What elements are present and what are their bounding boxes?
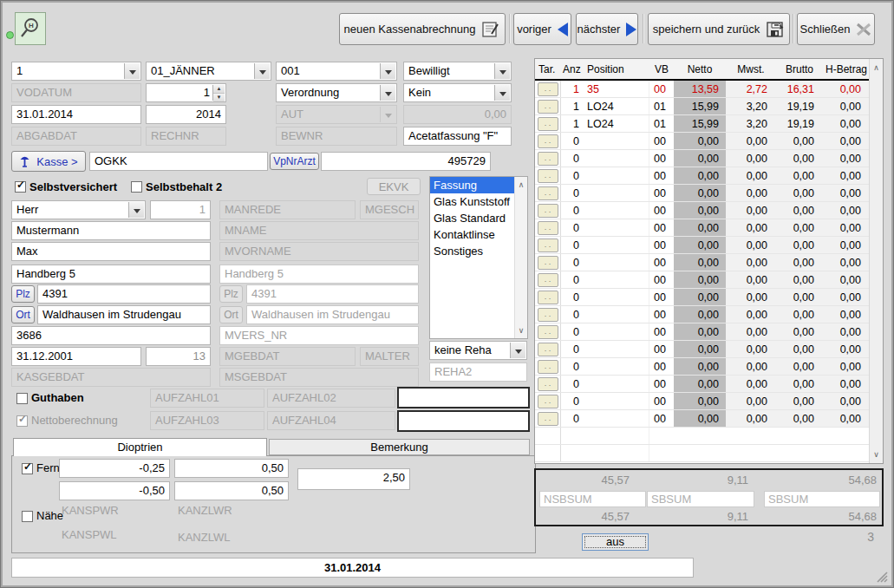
- sph-links-field[interactable]: -0,50: [59, 481, 170, 500]
- zuzahlung-select[interactable]: Kein: [403, 83, 512, 102]
- resize-grip[interactable]: [872, 567, 888, 583]
- table-row[interactable]: . .0000,000,000,000,00: [535, 358, 870, 376]
- table-row[interactable]: . .0000,000,000,000,00: [535, 150, 870, 167]
- selbstversichert-checkbox[interactable]: ✓: [15, 181, 26, 193]
- laufnummer-select[interactable]: 001: [276, 62, 397, 81]
- list-item[interactable]: Glas Kunststoff: [430, 193, 515, 210]
- sbsum-field-1[interactable]: SBSUM: [647, 491, 754, 507]
- monat-spinner[interactable]: 1 ▲ ▼: [146, 83, 226, 102]
- tarif-picker-button[interactable]: . .: [538, 204, 558, 218]
- monat-select[interactable]: 01_JÄNNER: [146, 62, 271, 81]
- plz-field[interactable]: 4391: [37, 284, 211, 304]
- table-row[interactable]: . .1LO240115,993,2019,190,00: [535, 98, 870, 115]
- zyl-links-field[interactable]: 0,50: [174, 481, 289, 500]
- previous-button[interactable]: voriger: [513, 13, 571, 45]
- aufzahlung-extra-field-2[interactable]: [397, 410, 530, 432]
- tarif-picker-button[interactable]: . .: [538, 412, 558, 426]
- new-kassenabrechnung-button[interactable]: neuen Kassenabrechnung: [339, 13, 506, 45]
- spinner-down-icon[interactable]: ▼: [213, 94, 225, 101]
- vpnrarzt-field[interactable]: 495729: [321, 152, 491, 171]
- fassung-field[interactable]: Acetatfassung "F": [403, 127, 512, 146]
- close-button[interactable]: Schließen: [797, 13, 875, 45]
- plz-button[interactable]: Plz: [11, 285, 35, 303]
- vodatum-field[interactable]: 31.01.2014: [11, 105, 141, 124]
- list-item[interactable]: Kontaktlinse: [430, 226, 515, 243]
- tarif-picker-button[interactable]: . .: [538, 152, 558, 166]
- table-row[interactable]: . .0000,000,000,000,00: [535, 167, 870, 185]
- tarif-picker-button[interactable]: . .: [538, 325, 558, 339]
- list-item[interactable]: Sonstiges: [430, 243, 515, 259]
- vpnrarzt-button[interactable]: VpNrArzt: [270, 153, 319, 170]
- scroll-down-icon[interactable]: ∨: [515, 324, 527, 336]
- gebdat-field[interactable]: 31.12.2001: [11, 347, 141, 366]
- selbstbehalt2-checkbox[interactable]: [131, 181, 142, 193]
- tarif-picker-button[interactable]: . .: [538, 343, 558, 356]
- chevron-down-icon[interactable]: [254, 63, 270, 79]
- aufzahlung-extra-field-1[interactable]: [397, 387, 530, 408]
- tarif-picker-button[interactable]: . .: [538, 360, 558, 374]
- scroll-up-icon[interactable]: ∧: [870, 62, 883, 74]
- ferne-checkbox[interactable]: ✓: [22, 463, 33, 474]
- category-listbox[interactable]: FassungGlas KunststoffGlas StandardKonta…: [429, 176, 528, 339]
- lens-button[interactable]: H: [15, 12, 46, 45]
- table-row[interactable]: . .1LO240115,993,2019,190,00: [535, 115, 870, 133]
- table-row[interactable]: . .0000,000,000,000,00: [535, 323, 870, 341]
- jahr-field[interactable]: 2014: [146, 105, 226, 124]
- tarif-picker-button[interactable]: . .: [538, 186, 558, 200]
- anrede-nr-field[interactable]: 1: [150, 200, 211, 219]
- table-row[interactable]: . .0000,000,000,000,00: [535, 393, 870, 410]
- table-row[interactable]: . .0000,000,000,000,00: [535, 289, 870, 306]
- bewilligt-select[interactable]: Bewilligt: [403, 62, 512, 81]
- tarif-picker-button[interactable]: . .: [538, 238, 558, 252]
- tarif-picker-button[interactable]: . .: [538, 273, 558, 287]
- table-row[interactable]: . .0000,000,000,000,00: [535, 219, 870, 237]
- anrede-select[interactable]: Herr: [11, 200, 146, 219]
- table-row[interactable]: . .0000,000,000,000,00: [535, 237, 870, 254]
- chevron-down-icon[interactable]: [128, 202, 144, 218]
- table-row[interactable]: . .1350013,592,7216,310,00: [535, 81, 870, 98]
- nachname-field[interactable]: Mustermann: [11, 221, 211, 240]
- tarif-picker-button[interactable]: . .: [538, 377, 558, 391]
- hsa-field[interactable]: 2,50: [297, 468, 410, 490]
- chevron-down-icon[interactable]: [380, 85, 395, 101]
- tarif-picker-button[interactable]: . .: [538, 256, 558, 270]
- reha-select[interactable]: keine Reha: [429, 341, 527, 360]
- table-row[interactable]: . .0000,000,000,000,00: [535, 271, 870, 289]
- tab-dioptrien[interactable]: Dioptrien: [13, 438, 267, 456]
- next-button[interactable]: nächster: [576, 13, 638, 45]
- versnr-field[interactable]: 3686: [11, 326, 211, 345]
- table-row[interactable]: . .0000,000,000,000,00: [535, 202, 870, 219]
- chevron-down-icon[interactable]: [380, 63, 395, 79]
- zyl-rechts-field[interactable]: 0,50: [174, 459, 289, 478]
- table-scrollbar[interactable]: ∧ ∨: [869, 59, 883, 463]
- listbox-scrollbar[interactable]: ∧ ∨: [514, 177, 527, 338]
- tarif-picker-button[interactable]: . .: [538, 169, 558, 183]
- tarif-picker-button[interactable]: . .: [538, 134, 558, 148]
- table-row[interactable]: . .0000,000,000,000,00: [535, 185, 870, 202]
- table-row[interactable]: . .0000,000,000,000,00: [535, 376, 870, 393]
- tarif-picker-button[interactable]: . .: [538, 82, 558, 96]
- list-item[interactable]: Fassung: [430, 177, 515, 193]
- table-row[interactable]: . .0000,000,000,000,00: [535, 306, 870, 323]
- aus-button[interactable]: aus: [582, 533, 649, 551]
- table-row[interactable]: . .0000,000,000,000,00: [535, 254, 870, 271]
- sph-rechts-field[interactable]: -0,25: [59, 459, 170, 478]
- scroll-down-icon[interactable]: ∨: [870, 448, 883, 461]
- chevron-down-icon[interactable]: [494, 85, 510, 101]
- sbsum-field-2[interactable]: SBSUM: [764, 491, 880, 507]
- table-row[interactable]: . .0000,000,000,000,00: [535, 133, 870, 150]
- ort-button[interactable]: Ort: [11, 306, 35, 323]
- strasse-field[interactable]: Handberg 5: [11, 265, 211, 284]
- abrechnung-nr-select[interactable]: 1: [11, 62, 141, 81]
- table-row[interactable]: . .0000,000,000,000,00: [535, 410, 870, 428]
- vorname-field[interactable]: Max: [11, 242, 211, 261]
- save-and-back-button[interactable]: speichern und zurück: [648, 13, 790, 45]
- kasse-field[interactable]: OGKK: [89, 152, 268, 171]
- table-row[interactable]: . .0000,000,000,000,00: [535, 341, 870, 358]
- tarif-picker-button[interactable]: . .: [538, 117, 558, 131]
- guthaben-checkbox[interactable]: [16, 393, 28, 404]
- chevron-down-icon[interactable]: [494, 63, 510, 79]
- list-item[interactable]: Glas Standard: [430, 210, 515, 226]
- tab-bemerkung[interactable]: Bemerkung: [269, 439, 530, 455]
- nsbsum-field[interactable]: NSBSUM: [539, 491, 646, 507]
